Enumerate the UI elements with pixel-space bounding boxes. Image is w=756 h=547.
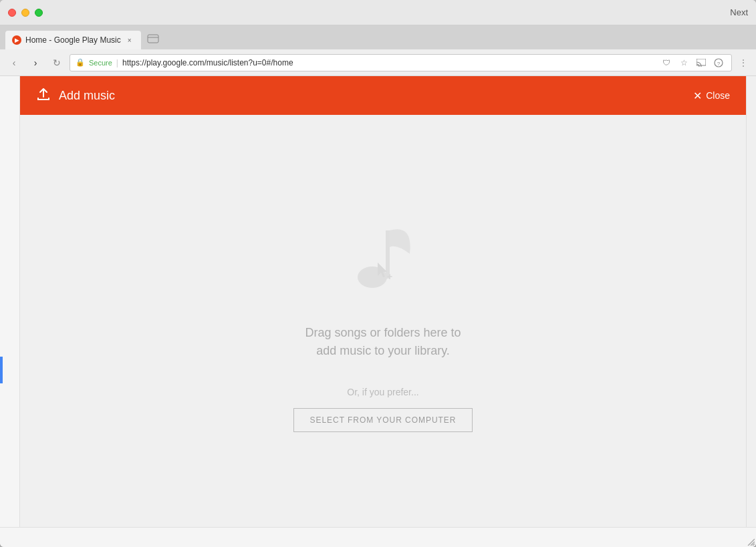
resize-handle[interactable]	[745, 536, 755, 546]
status-bar	[0, 527, 756, 547]
prefer-text: Or, if you prefer...	[347, 387, 418, 397]
title-bar: Next	[0, 0, 756, 25]
browser-actions: ⋮	[736, 55, 751, 70]
url-separator: |	[116, 58, 118, 67]
close-window-button[interactable]	[8, 9, 16, 17]
maximize-window-button[interactable]	[35, 9, 43, 17]
close-modal-button[interactable]: ✕ Close	[693, 89, 730, 102]
new-tab-button[interactable]	[144, 31, 162, 49]
minimize-window-button[interactable]	[21, 9, 29, 17]
secure-label: Secure	[89, 59, 112, 67]
main-content: Add music ✕ Close	[20, 76, 746, 527]
sidebar-accent	[0, 357, 3, 383]
music-icon-container: +	[343, 210, 423, 304]
browser-tab[interactable]: ▶ Home - Google Play Music ×	[5, 31, 141, 49]
menu-button[interactable]: ⋮	[736, 55, 751, 70]
scrollbar-area	[746, 76, 756, 527]
forward-button[interactable]: ›	[27, 54, 44, 71]
shield-action-button[interactable]: 🛡	[659, 55, 674, 70]
drag-text: Drag songs or folders here to add music …	[305, 324, 461, 360]
svg-rect-0	[148, 35, 158, 43]
cast-button[interactable]	[694, 55, 709, 70]
lock-icon: 🔒	[76, 58, 85, 67]
svg-text:?: ?	[717, 61, 721, 67]
title-bar-next: Next	[730, 7, 748, 17]
add-music-header: Add music ✕ Close	[20, 76, 746, 115]
address-bar: ‹ › ↻ 🔒 Secure | https://play.google.com…	[0, 49, 756, 76]
tab-close-button[interactable]: ×	[125, 35, 134, 45]
tab-title: Home - Google Play Music	[25, 35, 121, 45]
close-x-icon: ✕	[693, 89, 702, 102]
drag-text-line1: Drag songs or folders here to	[305, 324, 461, 342]
svg-text:+: +	[387, 271, 392, 282]
refresh-button[interactable]: ↻	[48, 54, 66, 71]
content-area: Add music ✕ Close	[0, 76, 756, 527]
drag-text-line2: add music to your library.	[305, 342, 461, 360]
sidebar	[0, 76, 20, 527]
select-from-computer-button[interactable]: SELECT FROM YOUR COMPUTER	[293, 408, 473, 432]
url-bar[interactable]: 🔒 Secure | https://play.google.com/music…	[70, 54, 732, 71]
browser-window: Next ▶ Home - Google Play Music × ‹ › ↻ …	[0, 0, 756, 547]
extensions-button[interactable]: ?	[711, 55, 726, 70]
close-label: Close	[706, 90, 730, 101]
music-note-icon: +	[343, 210, 423, 304]
tab-bar: ▶ Home - Google Play Music ×	[0, 25, 756, 49]
add-music-title: Add music	[59, 89, 693, 103]
drop-zone[interactable]: + Drag songs or folders here to add musi…	[20, 115, 746, 527]
traffic-lights	[8, 9, 43, 17]
tab-favicon: ▶	[12, 35, 21, 45]
bookmark-button[interactable]: ☆	[676, 55, 691, 70]
url-text: https://play.google.com/music/listen?u=0…	[122, 58, 293, 67]
back-button[interactable]: ‹	[5, 54, 23, 71]
url-actions: 🛡 ☆ ?	[659, 55, 726, 70]
upload-icon	[36, 87, 51, 105]
